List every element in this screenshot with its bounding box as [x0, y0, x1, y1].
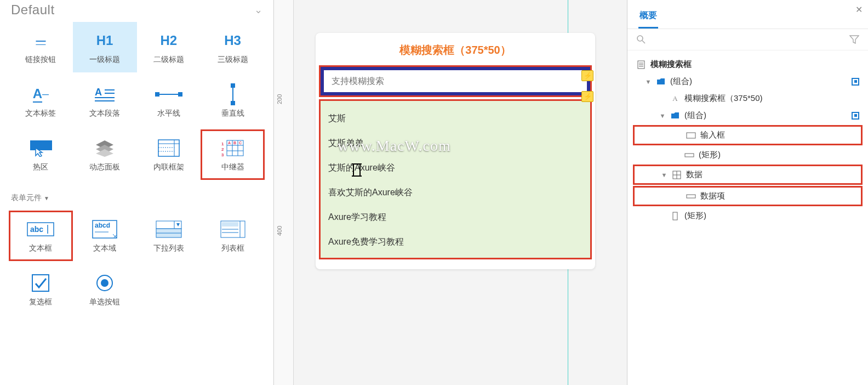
tree-text-node[interactable]: A 模糊搜索框（375*50)	[633, 90, 863, 107]
widget-h1[interactable]: H1 一级标题	[73, 22, 137, 72]
widget-row-form1: abc 文本框 abcd 文本域 下拉列表 列表框	[9, 211, 265, 261]
form-section-title[interactable]: 表单元件 ▼	[11, 193, 262, 203]
widget-label: 文本域	[93, 244, 116, 253]
tree-page-root[interactable]: 模糊搜索框	[633, 56, 863, 73]
svg-rect-10	[231, 101, 235, 105]
tree-label: (矩形)	[684, 211, 706, 221]
widget-checkbox[interactable]: 复选框	[9, 264, 73, 315]
widget-dynamic-panel[interactable]: 动态面板	[73, 129, 137, 180]
outline-search-row	[627, 29, 868, 50]
search-icon	[636, 35, 646, 44]
widget-label: 三级标题	[218, 55, 248, 65]
search-bar-container: ⚡ ⚡	[319, 65, 592, 97]
folder-icon	[670, 111, 680, 120]
vertical-line-icon	[218, 83, 248, 105]
tree-label: (组合)	[670, 76, 692, 87]
widget-label: 文本标签	[25, 109, 56, 118]
svg-rect-43	[32, 275, 49, 291]
widget-radio[interactable]: 单选按钮	[73, 264, 137, 315]
svg-text:abcd: abcd	[95, 222, 110, 229]
widget-listbox[interactable]: 列表框	[201, 211, 265, 261]
inline-frame-icon	[153, 137, 184, 159]
filter-icon[interactable]	[849, 35, 859, 44]
tree-rect-node[interactable]: (矩形)	[633, 146, 863, 163]
result-item[interactable]: 艾斯弟弟	[326, 131, 585, 156]
chevron-down-icon: ⌄	[254, 4, 263, 16]
ruler-tick: 400	[276, 226, 283, 236]
widget-hotspot[interactable]: 热区	[9, 129, 73, 180]
text-label-icon: A—	[25, 83, 56, 105]
widget-text-label[interactable]: A— 文本标签	[9, 76, 73, 126]
widget-label: 下拉列表	[153, 244, 184, 253]
svg-text:B: B	[233, 141, 236, 145]
text-paragraph-icon: A	[89, 83, 120, 105]
text-area-icon: abcd	[89, 218, 120, 240]
svg-rect-52	[687, 133, 695, 138]
text-a-icon: A	[670, 94, 680, 103]
caret-down-icon[interactable]: ▼	[661, 172, 667, 178]
tree-label: 模糊搜索框	[650, 59, 692, 70]
tree-data-item[interactable]: 数据项	[633, 186, 863, 206]
widget-label: 内联框架	[153, 162, 184, 172]
result-item[interactable]: 艾斯	[326, 106, 585, 131]
h2-icon: H2	[153, 30, 184, 52]
widget-label: 复选框	[29, 297, 52, 307]
svg-text:3: 3	[221, 152, 224, 156]
widget-label: 中继器	[221, 162, 244, 172]
horizontal-line-icon	[153, 83, 184, 105]
widget-horizontal-line[interactable]: 水平线	[137, 76, 201, 126]
widget-label: 垂直线	[221, 109, 244, 118]
widget-label: 一级标题	[89, 55, 120, 65]
tree-group-1[interactable]: ▼ (组合)	[633, 73, 863, 90]
interaction-bolt-icon[interactable]: ⚡	[581, 70, 593, 81]
widget-label: 单选按钮	[89, 297, 120, 307]
widget-droplist[interactable]: 下拉列表	[137, 211, 201, 261]
master-indicator-icon[interactable]	[852, 78, 859, 86]
widget-repeater[interactable]: 123ABC 中继器	[201, 129, 265, 180]
widget-row-headings: — 链接按钮 H1 一级标题 H2 二级标题 H3 三级标题	[9, 22, 265, 72]
tree-group-2[interactable]: ▼ (组合)	[633, 107, 863, 124]
listbox-icon	[218, 218, 248, 240]
widget-text-paragraph[interactable]: A 文本段落	[73, 76, 137, 126]
caret-down-icon[interactable]: ▼	[659, 112, 666, 119]
tree-data-repeater[interactable]: ▼ 数据	[633, 165, 863, 185]
design-canvas[interactable]: 模糊搜索框（375*50） ⚡ ⚡ 艾斯 艾斯弟弟 艾斯的Axure峡谷 喜欢艾…	[294, 0, 627, 385]
search-results-repeater[interactable]: 艾斯 艾斯弟弟 艾斯的Axure峡谷 喜欢艾斯的Axure峡谷 Axure学习教…	[319, 99, 592, 259]
tree-input-node[interactable]: 输入框	[633, 125, 863, 145]
result-item[interactable]: Axure免费学习教程	[326, 230, 585, 254]
widget-text-field[interactable]: abc 文本框	[9, 211, 73, 261]
tree-label: 输入框	[700, 130, 725, 140]
svg-rect-53	[685, 154, 694, 157]
tree-rect2-node[interactable]: (矩形)	[633, 207, 863, 224]
vertical-ruler: 200 400	[274, 0, 294, 385]
interaction-bolt-icon[interactable]: ⚡	[581, 91, 593, 102]
widget-h2[interactable]: H2 二级标题	[137, 22, 201, 72]
outline-search-input[interactable]	[652, 35, 844, 44]
widget-label: 链接按钮	[25, 55, 56, 65]
result-item[interactable]: 喜欢艾斯的Axure峡谷	[326, 180, 585, 205]
svg-point-45	[101, 279, 108, 287]
result-item[interactable]: Axure学习教程	[326, 205, 585, 230]
close-icon[interactable]: ✕	[855, 4, 863, 15]
widget-label: 水平线	[157, 109, 180, 118]
caret-down-icon[interactable]: ▼	[645, 78, 652, 85]
tab-outline[interactable]: 概要	[638, 8, 658, 29]
svg-rect-39	[222, 222, 238, 227]
search-component[interactable]: 模糊搜索框（375*50） ⚡ ⚡ 艾斯 艾斯弟弟 艾斯的Axure峡谷 喜欢艾…	[316, 33, 595, 269]
search-input[interactable]	[324, 70, 587, 92]
rectangle-vert-icon	[670, 212, 680, 220]
widget-link-button[interactable]: — 链接按钮	[9, 22, 73, 72]
link-button-icon: —	[25, 30, 56, 52]
dynamic-panel-icon	[89, 137, 120, 159]
caret-down-icon: ▼	[44, 195, 49, 201]
widget-label: 热区	[33, 162, 48, 172]
result-item[interactable]: 艾斯的Axure峡谷	[326, 156, 585, 180]
widget-text-area[interactable]: abcd 文本域	[73, 211, 137, 261]
widget-h3[interactable]: H3 三级标题	[201, 22, 265, 72]
widget-vertical-line[interactable]: 垂直线	[201, 76, 265, 126]
rectangle-icon	[684, 151, 694, 160]
checkbox-icon	[25, 272, 56, 294]
master-indicator-icon[interactable]	[852, 112, 859, 120]
widget-inline-frame[interactable]: 内联框架	[137, 129, 201, 180]
library-selector[interactable]: Default ⌄	[9, 0, 265, 19]
